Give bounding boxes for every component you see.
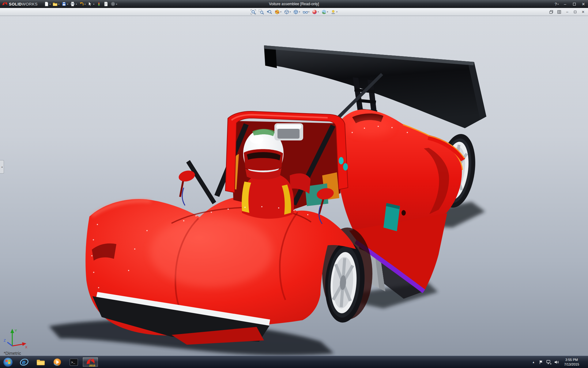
help-button[interactable]: ? ▾	[553, 2, 560, 6]
dropdown-caret-icon[interactable]: ▾	[290, 11, 291, 13]
display-style-button[interactable]: ▾	[292, 8, 301, 15]
triad-z-label: Z	[4, 339, 6, 342]
doc-minimize-icon: –	[566, 10, 568, 14]
view-orientation-button[interactable]: ▾	[283, 8, 292, 15]
command-prompt-icon: >_	[69, 358, 78, 367]
left-mirror[interactable]	[178, 169, 196, 205]
rebuild-stoplight-icon	[96, 2, 101, 6]
solidworks-logo: SOLIDWORKS	[0, 1, 41, 7]
select-button[interactable]: ▾	[87, 1, 95, 7]
save-button[interactable]: ▾	[61, 1, 69, 7]
taskbar-internet-explorer[interactable]: e	[16, 357, 32, 367]
media-player-icon	[53, 358, 62, 367]
tile-windows-icon	[557, 10, 561, 14]
network-button[interactable]	[546, 359, 552, 366]
3d-model-canvas[interactable]	[0, 16, 588, 356]
previous-view-button[interactable]	[266, 8, 273, 15]
edit-appearance-button[interactable]: ▾	[311, 8, 320, 15]
dropdown-caret-icon[interactable]: ▾	[67, 3, 68, 5]
tile-windows-button[interactable]	[556, 9, 563, 15]
view-settings-icon	[330, 9, 336, 15]
doc-close-icon: ✕	[582, 10, 585, 14]
new-button[interactable]: ▾	[43, 1, 52, 7]
dropdown-caret-icon[interactable]: ▾	[299, 11, 300, 13]
options-button[interactable]: ▾	[110, 1, 118, 7]
solidworks-app-icon: 2015	[85, 357, 95, 367]
folder-icon	[36, 358, 45, 367]
taskbar-clock[interactable]: 3:55 PM 7/13/2015	[561, 358, 582, 367]
tray-expand-icon: ▲	[532, 361, 535, 364]
dropdown-caret-icon[interactable]: ▾	[318, 11, 319, 13]
dropdown-caret-icon[interactable]: ▾	[327, 11, 328, 13]
dropdown-caret-icon[interactable]: ▾	[85, 3, 86, 5]
taskbar-media-player[interactable]	[49, 357, 65, 367]
dropdown-caret-icon[interactable]: ▾	[93, 3, 94, 5]
document-window-controls: – ✕	[548, 8, 587, 16]
reference-triad: Y X Z	[3, 326, 29, 349]
dropdown-caret-icon[interactable]: ▾	[50, 3, 51, 5]
dropdown-caret-icon[interactable]: ▾	[58, 3, 59, 5]
print-icon	[70, 2, 75, 6]
undo-button[interactable]: ▾	[78, 1, 87, 7]
window-controls: ? ▾ – ✕	[553, 0, 588, 8]
featuremanager-collapsed-tab[interactable]: ◂	[0, 160, 4, 174]
section-view-button[interactable]: ▾	[273, 8, 282, 15]
dropdown-caret-icon[interactable]: ▾	[280, 11, 281, 13]
zoom-to-fit-button[interactable]	[250, 8, 257, 15]
dropdown-caret-icon[interactable]: ▾	[336, 11, 337, 13]
cascade-windows-button[interactable]	[548, 9, 555, 15]
dropdown-caret-icon: ▾	[557, 3, 559, 5]
view-settings-button[interactable]: ▾	[330, 8, 338, 15]
graphics-viewport[interactable]: ◂ Y X Z *Dimetric	[0, 16, 588, 356]
dropdown-caret-icon[interactable]: ▾	[76, 3, 77, 5]
view-orientation-cube-icon	[284, 9, 289, 15]
rebuild-button[interactable]	[96, 1, 102, 7]
print-button[interactable]: ▾	[69, 1, 78, 7]
dropdown-caret-icon[interactable]: ▾	[116, 3, 117, 5]
display-style-cube-icon	[293, 9, 299, 15]
svg-text:>_: >_	[71, 361, 75, 364]
apply-scene-button[interactable]: ▾	[320, 8, 329, 15]
zoom-to-area-button[interactable]	[258, 8, 265, 15]
windows-taskbar: e >_	[0, 356, 588, 368]
doc-minimize-button[interactable]: –	[564, 9, 571, 15]
view-toolbar: ▾ ▾ ▾ ▾	[0, 8, 588, 16]
airbox[interactable]	[274, 123, 303, 140]
doc-restore-icon	[574, 11, 576, 13]
open-button[interactable]: ▾	[52, 1, 60, 7]
file-properties-button[interactable]	[103, 1, 109, 7]
doc-close-button[interactable]: ✕	[579, 9, 587, 15]
taskbar-file-explorer[interactable]	[33, 357, 49, 367]
internet-explorer-icon: e	[20, 358, 29, 367]
doc-restore-button[interactable]	[571, 9, 579, 15]
file-properties-icon	[104, 2, 108, 6]
zoom-to-fit-icon	[251, 9, 256, 15]
brand-name: SOLIDWORKS	[9, 2, 38, 6]
previous-view-icon	[266, 9, 272, 15]
hide-show-glasses-icon	[303, 9, 308, 15]
undo-arrow-icon	[79, 2, 84, 6]
volume-button[interactable]	[554, 359, 559, 366]
section-view-icon	[274, 9, 280, 15]
triad-x-label: X	[25, 345, 28, 349]
front-bodywork[interactable]	[85, 196, 356, 345]
maximize-button[interactable]	[570, 0, 579, 8]
solidworks-logo-icon	[2, 1, 7, 7]
taskbar-solidworks[interactable]: 2015	[82, 357, 98, 367]
action-center-flag-icon	[539, 360, 543, 364]
taskbar-command-prompt[interactable]: >_	[66, 357, 82, 367]
hide-show-items-button[interactable]: ▾	[302, 8, 311, 15]
minimize-icon: –	[564, 2, 566, 6]
close-button[interactable]: ✕	[579, 0, 588, 8]
tray-expand-button[interactable]: ▲	[531, 359, 536, 366]
dropdown-caret-icon[interactable]: ▾	[308, 11, 310, 13]
action-center-button[interactable]	[538, 359, 544, 366]
start-button[interactable]	[0, 356, 16, 368]
desktop-screen: SOLIDWORKS ▾ ▾ ▾ ▾	[0, 0, 588, 368]
edit-appearance-ball-icon	[312, 9, 317, 15]
zoom-to-area-icon	[258, 9, 264, 15]
system-tray: ▲ 3:55 PM 7/13/	[531, 356, 588, 368]
minimize-button[interactable]: –	[560, 0, 570, 8]
select-cursor-icon	[88, 2, 92, 6]
svg-text:e: e	[22, 358, 26, 366]
